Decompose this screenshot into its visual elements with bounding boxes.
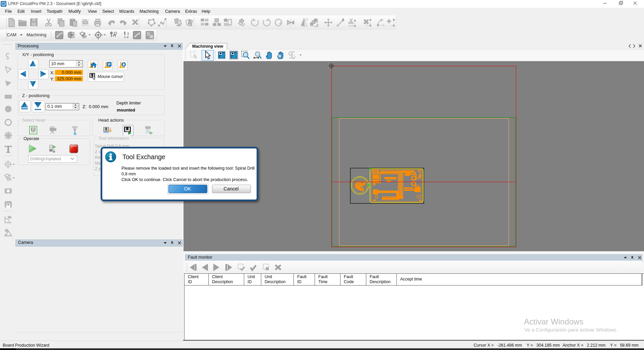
svg-text:P: P xyxy=(108,62,110,67)
svg-text:2: 2 xyxy=(61,31,63,35)
svg-text:O: O xyxy=(121,61,126,68)
svg-text:4: 4 xyxy=(139,32,140,35)
svg-text:45: 45 xyxy=(5,229,9,232)
svg-text:90: 90 xyxy=(8,216,12,219)
